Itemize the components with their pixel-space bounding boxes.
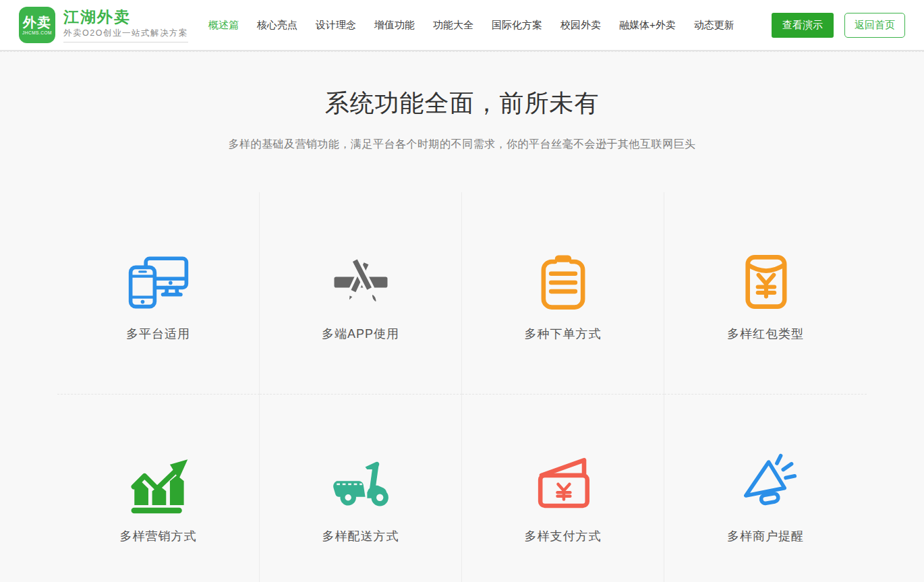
feature-label: 多样红包类型 (727, 326, 804, 342)
bar-chart-icon (127, 453, 190, 516)
feature-label: 多种下单方式 (525, 326, 602, 342)
nav-item-overview[interactable]: 概述篇 (208, 19, 239, 32)
nav-item-all-features[interactable]: 功能大全 (433, 19, 473, 32)
main-nav: 概述篇 核心亮点 设计理念 增值功能 功能大全 国际化方案 校园外卖 融媒体+外… (208, 19, 734, 32)
logo-text: 外卖 (23, 15, 51, 30)
features-section: 系统功能全面，前所未有 多样的基础及营销功能，满足平台各个时期的不同需求，你的平… (0, 51, 924, 582)
brand-subtitle: 外卖O2O创业一站式解决方案 (63, 28, 188, 42)
feature-card-merchant-alert[interactable]: 多样商户提醒 (664, 395, 867, 582)
feature-label: 多样支付方式 (525, 528, 602, 544)
red-packet-icon (734, 250, 797, 314)
brand-block: 江湖外卖 外卖O2O创业一站式解决方案 (63, 8, 188, 42)
site-logo[interactable]: 外卖 JHCMS.COM (19, 7, 55, 43)
view-demo-button[interactable]: 查看演示 (772, 13, 834, 38)
feature-label: 多样营销方式 (120, 528, 197, 544)
scooter-icon (329, 453, 393, 516)
nav-item-design-concept[interactable]: 设计理念 (316, 19, 356, 32)
back-home-button[interactable]: 返回首页 (844, 13, 905, 38)
nav-item-campus-delivery[interactable]: 校园外卖 (560, 19, 601, 32)
feature-label: 多端APP使用 (322, 326, 399, 342)
feature-label: 多样商户提醒 (727, 528, 804, 544)
section-subtitle: 多样的基础及营销功能，满足平台各个时期的不同需求，你的平台丝毫不会逊于其他互联网… (0, 138, 924, 152)
logo-domain: JHCMS.COM (22, 30, 52, 35)
feature-card-multi-platform[interactable]: 多平台适用 (57, 192, 260, 395)
section-title: 系统功能全面，前所未有 (0, 52, 924, 120)
devices-icon (127, 250, 190, 314)
feature-card-multi-app[interactable]: 多端APP使用 (260, 192, 462, 395)
appstore-icon (329, 250, 393, 314)
top-navbar: 外卖 JHCMS.COM 江湖外卖 外卖O2O创业一站式解决方案 概述篇 核心亮… (0, 0, 924, 51)
feature-grid: 多平台适用 (57, 192, 867, 582)
feature-card-delivery[interactable]: 多样配送方式 (260, 395, 462, 582)
wallet-icon (531, 453, 595, 516)
feature-card-order-methods[interactable]: 多种下单方式 (462, 192, 664, 395)
nav-item-international[interactable]: 国际化方案 (492, 19, 542, 32)
brand-title: 江湖外卖 (63, 8, 188, 26)
nav-item-value-added[interactable]: 增值功能 (374, 19, 415, 32)
megaphone-icon (734, 453, 797, 516)
feature-label: 多样配送方式 (322, 528, 399, 544)
feature-card-red-packet[interactable]: 多样红包类型 (664, 192, 867, 395)
feature-card-payment[interactable]: 多样支付方式 (462, 395, 664, 582)
nav-item-highlights[interactable]: 核心亮点 (257, 19, 297, 32)
header-actions: 查看演示 返回首页 (772, 13, 905, 38)
nav-item-updates[interactable]: 动态更新 (694, 19, 734, 32)
clipboard-icon (531, 250, 595, 314)
nav-item-media-plus-delivery[interactable]: 融媒体+外卖 (619, 19, 676, 32)
feature-card-marketing[interactable]: 多样营销方式 (57, 395, 260, 582)
feature-label: 多平台适用 (126, 326, 190, 342)
